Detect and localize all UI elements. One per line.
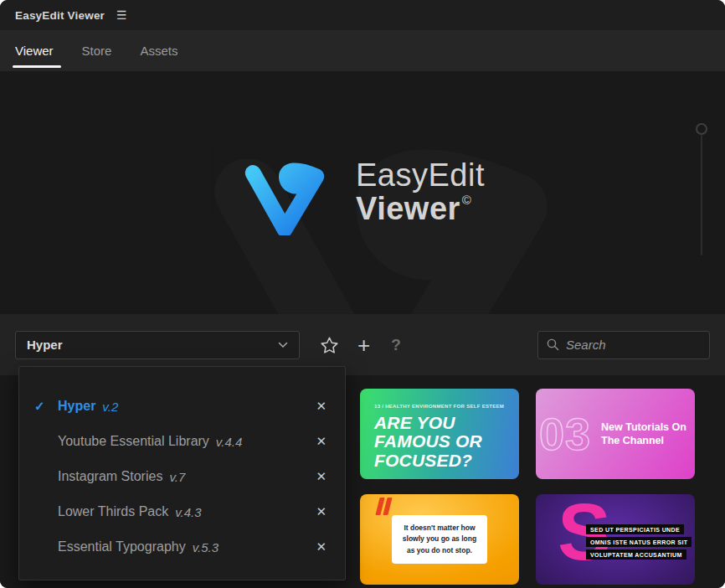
pack-version: v.2 [102, 400, 118, 414]
dropdown-item-hyper[interactable]: ✓ Hyper v.2 ✕ [19, 389, 345, 424]
hero-scroll-slider[interactable] [696, 123, 707, 255]
favorite-star-icon[interactable] [321, 337, 338, 353]
check-icon: ✓ [34, 399, 58, 414]
easyedit-viewer-window: EasyEdit Viewer ☰ Viewer Store Assets [0, 0, 725, 588]
template-thumbnail-famous-or-focused[interactable]: 13 / HEALTHY ENVIRONMENT FOR SELF ESTEEM… [360, 389, 519, 479]
chevron-down-icon [278, 342, 288, 348]
close-icon[interactable]: ✕ [316, 434, 327, 449]
pack-dropdown-menu: ✓ Hyper v.2 ✕ Youtube Essential Library … [18, 366, 346, 580]
copyright-mark: © [462, 193, 472, 207]
template-thumbnail-new-tutorials[interactable]: 03 New Tutorials On The Channel [536, 389, 695, 479]
tab-viewer[interactable]: Viewer [15, 30, 54, 71]
slider-knob[interactable] [696, 123, 707, 135]
thumbnail-number: 03 [539, 408, 591, 460]
tab-bar: Viewer Store Assets [0, 30, 725, 71]
quote-mark-icon [378, 498, 390, 515]
add-pack-plus-icon[interactable]: + [357, 334, 370, 356]
pack-name: Essential Typography [58, 539, 186, 554]
brand-wordmark: EasyEdit Viewer© [356, 159, 485, 226]
pack-version: v.7 [169, 470, 185, 484]
dropdown-item-essential-typography[interactable]: Essential Typography v.5.3 ✕ [19, 529, 345, 565]
help-question-icon[interactable]: ? [391, 336, 401, 354]
pack-name: Lower Thirds Pack [58, 504, 168, 519]
pack-name: Hyper [58, 399, 95, 414]
close-icon[interactable]: ✕ [316, 539, 327, 554]
thumbnail-grid: 13 / HEALTHY ENVIRONMENT FOR SELF ESTEEM… [360, 389, 695, 585]
hero-banner: EasyEdit Viewer© [0, 71, 725, 314]
search-box[interactable] [537, 331, 710, 359]
brand-line-1: EasyEdit [356, 159, 485, 193]
app-title: EasyEdit Viewer [15, 9, 105, 22]
slider-track [701, 135, 703, 255]
tab-assets[interactable]: Assets [140, 30, 177, 71]
title-bar: EasyEdit Viewer ☰ [0, 0, 725, 30]
quote-card: It doesn't matter how slowly you go as l… [392, 515, 487, 564]
thumbnail-title: New Tutorials On The Channel [601, 420, 692, 448]
template-thumbnail-quote[interactable]: It doesn't matter how slowly you go as l… [360, 494, 519, 585]
hamburger-menu-icon[interactable]: ☰ [116, 8, 127, 22]
pack-select-value: Hyper [27, 338, 63, 352]
text-line: VOLUPTATEM ACCUSANTIUM [586, 549, 686, 560]
close-icon[interactable]: ✕ [316, 469, 327, 484]
thumbnail-title: ARE YOU FAMOUS OR FOCUSED? [374, 414, 510, 470]
thumbnail-caption: 13 / HEALTHY ENVIRONMENT FOR SELF ESTEEM [374, 404, 519, 409]
template-thumbnail-perspiciatis[interactable]: S SED UT PERSPICIATIS UNDE OMNIS ISTE NA… [536, 494, 695, 585]
pack-name: Youtube Essential Library [58, 434, 209, 449]
dropdown-item-youtube-essential-library[interactable]: Youtube Essential Library v.4.4 ✕ [19, 424, 345, 459]
pack-select-dropdown[interactable]: Hyper [15, 331, 300, 359]
pack-version: v.5.3 [193, 540, 219, 554]
close-icon[interactable]: ✕ [316, 399, 327, 414]
dropdown-item-lower-thirds-pack[interactable]: Lower Thirds Pack v.4.3 ✕ [19, 494, 345, 529]
pack-version: v.4.4 [216, 435, 242, 449]
quote-text: It doesn't matter how slowly you go as l… [398, 523, 481, 556]
highlighted-text-lines: SED UT PERSPICIATIS UNDE OMNIS ISTE NATU… [586, 524, 692, 562]
pack-version: v.4.3 [175, 505, 201, 519]
text-line: SED UT PERSPICIATIS UNDE [586, 524, 684, 534]
brand-line-2-text: Viewer [356, 191, 460, 226]
brand-line-2: Viewer© [356, 193, 485, 226]
search-icon [547, 338, 559, 351]
pack-name: Instagram Stories [58, 469, 162, 484]
text-line: OMNIS ISTE NATUS ERROR SIT [586, 537, 692, 547]
close-icon[interactable]: ✕ [316, 504, 327, 519]
tab-store[interactable]: Store [82, 30, 112, 71]
search-input[interactable] [566, 338, 701, 352]
dropdown-item-instagram-stories[interactable]: Instagram Stories v.7 ✕ [19, 459, 345, 494]
easyedit-logo-icon [240, 150, 329, 235]
